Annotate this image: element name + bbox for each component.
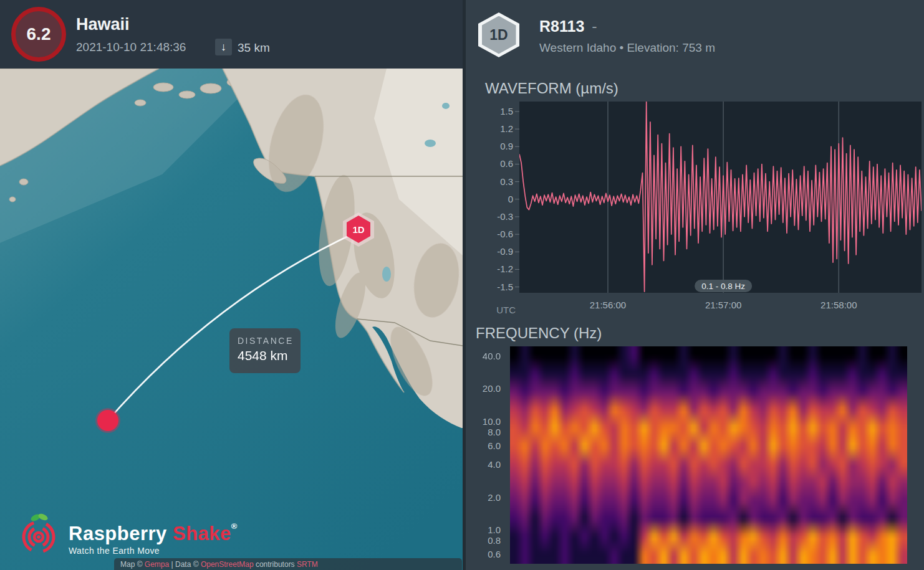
spectrogram-y-tick-label: 4.0 xyxy=(466,459,501,470)
event-region: Hawaii xyxy=(76,15,130,34)
spectrogram-y-tick-label: 0.6 xyxy=(466,549,501,559)
station-code: R8113- xyxy=(539,17,597,36)
frequency-title: FREQUENCY (Hz) xyxy=(476,325,924,342)
y-tick-label: 1.5 xyxy=(500,106,513,116)
station-header: 1D R8113- Western Idaho • Elevation: 753… xyxy=(466,0,924,70)
attribution-link-srtm[interactable]: SRTM xyxy=(297,560,318,569)
distance-value: 4548 km xyxy=(238,348,301,363)
y-tick-label: -0.3 xyxy=(497,211,513,222)
spectrogram-plot[interactable] xyxy=(510,346,907,564)
station-marker-label: 1D xyxy=(352,224,364,235)
spectrogram-y-tick-label: 1.0 xyxy=(466,525,501,535)
station-badge-label: 1D xyxy=(482,16,516,54)
y-tick-label: 0.3 xyxy=(500,176,513,187)
waveform-plot[interactable]: 21:56:0021:57:0021:58:001.51.20.90.60.30… xyxy=(466,102,924,316)
spectrogram-y-tick-label: 0.8 xyxy=(466,535,501,546)
attribution-link-osm[interactable]: OpenStreetMap xyxy=(201,560,254,569)
y-tick-label: -1.2 xyxy=(497,264,513,274)
event-map-panel: 6.2 Hawaii 2021-10-10 21:48:36 ↓ 35 km xyxy=(0,0,463,570)
spectrogram-y-tick-label: 10.0 xyxy=(466,416,501,427)
epicenter-marker[interactable] xyxy=(97,410,118,431)
app-window: 6.2 Hawaii 2021-10-10 21:48:36 ↓ 35 km xyxy=(0,0,924,570)
magnitude-value: 6.2 xyxy=(27,24,51,44)
y-tick-label: -0.6 xyxy=(497,229,513,239)
y-tick-label: 0.6 xyxy=(500,158,513,169)
spectrogram-y-tick-label: 40.0 xyxy=(466,351,501,361)
station-subtitle: Western Idaho • Elevation: 753 m xyxy=(539,41,715,55)
distance-tooltip: DISTANCE 4548 km xyxy=(229,328,301,373)
logo-tagline: Watch the Earth Move xyxy=(69,546,238,556)
spectrogram-y-tick-label: 6.0 xyxy=(466,440,501,451)
waveform-title: WAVEFORM (µm/s) xyxy=(485,80,924,97)
event-time: 2021-10-10 21:48:36 xyxy=(76,40,186,54)
spectrogram-y-tick-label: 2.0 xyxy=(466,492,501,503)
event-header: 6.2 Hawaii 2021-10-10 21:48:36 ↓ 35 km xyxy=(0,0,463,69)
x-tick-label: 21:57:00 xyxy=(705,300,741,310)
magnitude-badge: 6.2 xyxy=(11,7,66,62)
waveform-chart[interactable]: 21:56:0021:57:0021:58:001.51.20.90.60.30… xyxy=(466,102,924,316)
event-depth: 35 km xyxy=(238,41,270,55)
y-tick-label: -1.5 xyxy=(497,282,513,292)
spectrogram-y-tick-label: 20.0 xyxy=(466,383,501,394)
map-canvas[interactable]: 1D xyxy=(0,69,463,570)
attribution-link-gempa[interactable]: Gempa xyxy=(145,560,169,569)
station-badge-hexagon: 1D xyxy=(478,12,519,57)
station-panel: 1D R8113- Western Idaho • Elevation: 753… xyxy=(466,0,924,570)
y-tick-label: 0.9 xyxy=(500,141,513,151)
logo-wordmark: Raspberry Shake® xyxy=(69,521,238,545)
map[interactable]: 1D DISTANCE 4548 km xyxy=(0,69,463,570)
y-tick-label: -0.9 xyxy=(497,246,513,257)
distance-label: DISTANCE xyxy=(238,336,301,346)
x-tick-label: 21:56:00 xyxy=(590,300,626,310)
utc-label: UTC xyxy=(496,305,516,315)
spectrogram-y-tick-label: 8.0 xyxy=(466,427,501,437)
y-tick-label: 0 xyxy=(508,194,513,204)
y-tick-label: 1.2 xyxy=(500,123,513,134)
x-tick-label: 21:58:00 xyxy=(821,300,857,310)
filter-badge-label: 0.1 - 0.8 Hz xyxy=(701,282,745,291)
raspberry-shake-logo: Raspberry Shake® Watch the Earth Move xyxy=(17,514,238,556)
spectrogram-chart[interactable]: 40.020.010.08.06.04.02.01.00.80.6 xyxy=(466,346,924,564)
map-attribution: Map © Gempa | Data © OpenStreetMap contr… xyxy=(114,558,462,570)
depth-arrow-icon: ↓ xyxy=(215,39,232,55)
